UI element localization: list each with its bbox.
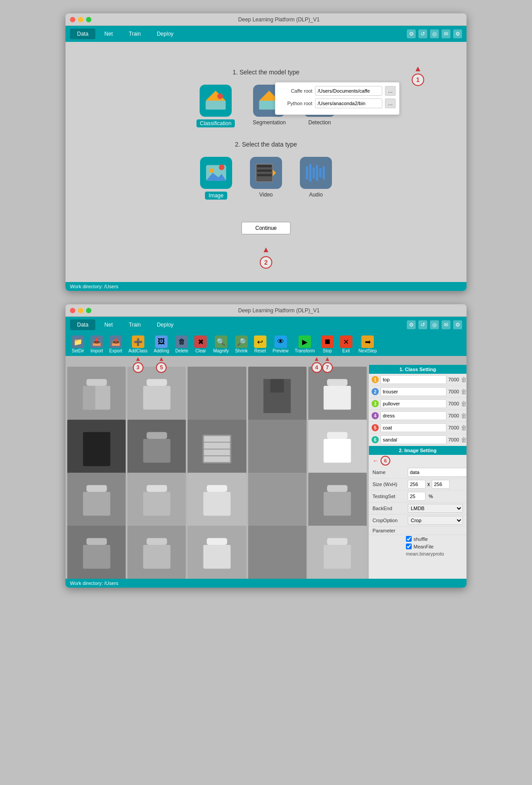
refresh-icon-2[interactable]: ↺ bbox=[418, 320, 427, 329]
mail-icon-2[interactable]: ✉ bbox=[442, 320, 450, 329]
svg-rect-49 bbox=[324, 492, 351, 516]
maximize-button-1[interactable] bbox=[86, 17, 91, 22]
delete-label: Delete bbox=[176, 348, 188, 353]
svg-rect-34 bbox=[147, 432, 167, 438]
tool-preview[interactable]: 👁 Preview bbox=[270, 335, 291, 354]
gear-icon-2[interactable]: ⚙ bbox=[453, 320, 462, 329]
app-title-1: Deep Learning Platform (DLP)_V1 bbox=[96, 16, 462, 23]
python-root-input[interactable] bbox=[315, 98, 382, 108]
tool-exit[interactable]: ✕ Exit bbox=[337, 335, 355, 354]
tab-net-1[interactable]: Net bbox=[97, 29, 120, 39]
svg-rect-30 bbox=[270, 379, 284, 392]
class-name-input-6[interactable] bbox=[381, 435, 446, 444]
mail-icon-1[interactable]: ✉ bbox=[442, 29, 450, 38]
tool-addclass[interactable]: ➕ AddClass ▲ 3 bbox=[126, 335, 150, 354]
class-del-6[interactable]: 🗑 bbox=[461, 436, 467, 443]
gear-icon-1[interactable]: ⚙ bbox=[453, 29, 462, 38]
tool-stop[interactable]: ⏹ Stop ▲ 7 bbox=[319, 335, 336, 354]
close-button-1[interactable] bbox=[70, 17, 75, 22]
class-del-1[interactable]: 🗑 bbox=[461, 376, 467, 383]
annotation-circle-1: 1 bbox=[412, 74, 424, 86]
mean-binaryproto-row: mean.binaryproto bbox=[369, 550, 467, 557]
close-button-2[interactable] bbox=[70, 308, 75, 313]
tool-transform[interactable]: ▶ Transform ▲ 4 bbox=[292, 335, 317, 354]
tool-magnify[interactable]: 🔍 Magnify bbox=[210, 335, 231, 354]
svg-point-10 bbox=[209, 168, 214, 173]
is-param-label: Parameter bbox=[372, 528, 406, 533]
meanfile-row: MeanFile bbox=[369, 543, 467, 550]
tool-reset[interactable]: ↩ Reset bbox=[251, 335, 269, 354]
tab-net-2[interactable]: Net bbox=[97, 319, 120, 330]
continue-button[interactable]: Continue bbox=[241, 222, 291, 234]
is-param-row: Parameter bbox=[369, 527, 467, 535]
class-name-input-4[interactable] bbox=[381, 411, 446, 420]
minimize-button-1[interactable] bbox=[78, 17, 83, 22]
is-backend-select[interactable]: LMDB bbox=[408, 504, 463, 513]
window-1-frame: Deep Learning Platform (DLP)_V1 Data Net… bbox=[65, 13, 467, 291]
tool-export[interactable]: 📤 Export bbox=[106, 335, 125, 354]
svg-rect-32 bbox=[324, 386, 351, 410]
is-crop-select[interactable]: Crop bbox=[408, 516, 463, 525]
class-del-5[interactable]: 🗑 bbox=[461, 424, 467, 431]
shuffle-checkbox[interactable] bbox=[406, 536, 412, 542]
img-cell-16 bbox=[67, 526, 126, 579]
tab-deploy-1[interactable]: Deploy bbox=[150, 29, 180, 39]
tool-clear[interactable]: ✖ Clear bbox=[192, 335, 209, 354]
class-name-input-3[interactable] bbox=[381, 399, 446, 408]
share-icon-1[interactable]: ◎ bbox=[430, 29, 439, 38]
img-cell-13 bbox=[188, 473, 246, 531]
img-cell-12 bbox=[127, 473, 186, 531]
class-name-input-2[interactable] bbox=[381, 387, 446, 396]
settings-icon-1[interactable]: ⚙ bbox=[407, 29, 416, 38]
img-cell-5 bbox=[308, 367, 367, 425]
tab-data-2[interactable]: Data bbox=[70, 319, 95, 330]
tool-shrink[interactable]: 🔎 Shrink bbox=[232, 335, 250, 354]
data-audio[interactable]: Audio bbox=[300, 157, 332, 200]
class-del-3[interactable]: 🗑 bbox=[461, 400, 467, 407]
setdir-icon: 📁 bbox=[72, 335, 84, 348]
img-cell-2 bbox=[127, 367, 186, 425]
refresh-icon-1[interactable]: ↺ bbox=[418, 29, 427, 38]
window-2-frame: Deep Learning Platform (DLP)_V1 Data Net… bbox=[65, 304, 467, 588]
size-h-input[interactable] bbox=[432, 480, 450, 489]
addclass-icon: ➕ bbox=[132, 335, 144, 348]
class-del-4[interactable]: 🗑 bbox=[461, 412, 467, 419]
img-cell-3 bbox=[188, 367, 246, 425]
size-w-input[interactable] bbox=[408, 480, 426, 489]
title-bar-2: Deep Learning Platform (DLP)_V1 bbox=[65, 304, 467, 317]
caffe-root-input[interactable] bbox=[315, 86, 382, 96]
class-name-input-1[interactable] bbox=[381, 375, 446, 384]
exit-icon: ✕ bbox=[340, 335, 352, 348]
settings-icon-2[interactable]: ⚙ bbox=[407, 320, 416, 329]
caffe-browse-button[interactable]: … bbox=[385, 86, 396, 96]
class-del-2[interactable]: 🗑 bbox=[461, 388, 467, 395]
tool-nextstep[interactable]: ➡ NextStep bbox=[356, 335, 380, 354]
tab-deploy-2[interactable]: Deploy bbox=[150, 319, 180, 330]
is-name-input[interactable] bbox=[408, 468, 467, 477]
import-icon: 📥 bbox=[90, 335, 103, 348]
maximize-button-2[interactable] bbox=[86, 308, 91, 313]
tab-data-1[interactable]: Data bbox=[70, 29, 95, 39]
tool-import[interactable]: 📥 Import bbox=[88, 335, 106, 354]
tab-train-1[interactable]: Train bbox=[122, 29, 148, 39]
model-classification[interactable]: Classification bbox=[196, 85, 235, 127]
is-testing-input[interactable] bbox=[408, 492, 426, 501]
share-icon-2[interactable]: ◎ bbox=[430, 320, 439, 329]
python-browse-button[interactable]: … bbox=[385, 98, 396, 108]
svg-rect-19 bbox=[309, 164, 311, 182]
svg-rect-43 bbox=[83, 492, 110, 516]
image-grid[interactable] bbox=[65, 365, 368, 579]
meanfile-checkbox[interactable] bbox=[406, 544, 412, 549]
tab-train-2[interactable]: Train bbox=[122, 319, 148, 330]
arrow-down-1: ▲ bbox=[262, 245, 270, 254]
tab-bar-2: Data Net Train Deploy ⚙ ↺ ◎ ✉ ⚙ bbox=[65, 317, 467, 333]
class-num-2: 2 bbox=[372, 388, 379, 395]
tool-addimg[interactable]: 🖼 AddImg ▲ 5 bbox=[151, 335, 172, 354]
data-image[interactable]: Image bbox=[200, 157, 232, 200]
tool-setdir[interactable]: 📁 SetDir bbox=[69, 335, 87, 354]
minimize-button-2[interactable] bbox=[78, 308, 83, 313]
class-name-input-5[interactable] bbox=[381, 423, 446, 432]
data-video[interactable]: Video bbox=[250, 157, 282, 200]
svg-rect-26 bbox=[83, 386, 95, 410]
tool-delete[interactable]: 🗑 Delete bbox=[173, 335, 191, 354]
